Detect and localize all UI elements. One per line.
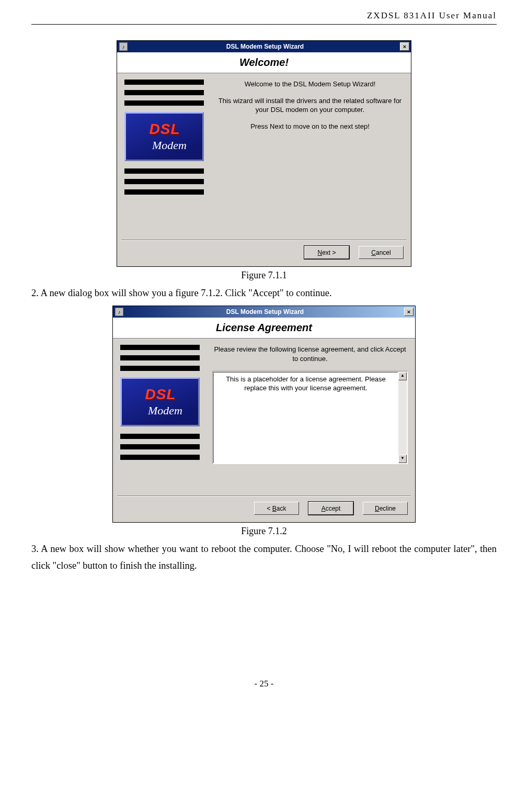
step-2-text: 2. A new dialog box will show you a figu… (31, 285, 497, 301)
titlebar: ♪ DSL Modem Setup Wizard × (117, 41, 411, 52)
wizard-banner: License Agreement (113, 318, 415, 339)
welcome-text-3: Press Next to move on to the next step! (216, 122, 404, 131)
close-button[interactable]: × (400, 42, 409, 51)
page-header: ZXDSL 831AII User Manual (31, 10, 497, 25)
app-icon: ♪ (119, 42, 128, 51)
wizard-button-row: Next > Cancel (117, 241, 411, 266)
scroll-up-icon[interactable]: ▲ (398, 372, 407, 380)
dsl-modem-logo: DSL Modem (124, 112, 204, 161)
scroll-down-icon[interactable]: ▼ (398, 455, 407, 463)
license-intro-text: Please review the following license agre… (212, 345, 408, 363)
titlebar: ♪ DSL Modem Setup Wizard × (113, 306, 415, 318)
wizard-license-dialog: ♪ DSL Modem Setup Wizard × License Agree… (112, 306, 416, 523)
window-title: DSL Modem Setup Wizard (126, 308, 404, 315)
wizard-sidebar-art: DSL Modem (120, 345, 200, 491)
page-footer: - 25 - (31, 679, 497, 689)
next-button[interactable]: Next > (304, 246, 349, 259)
wizard-banner: Welcome! (117, 52, 411, 73)
wizard-button-row: < Back Accept Decline (113, 497, 415, 522)
back-button[interactable]: < Back (254, 502, 299, 515)
cancel-button[interactable]: Cancel (359, 246, 404, 259)
license-text: This is a placeholder for a license agre… (213, 372, 398, 463)
accept-button[interactable]: Accept (308, 502, 353, 515)
dsl-modem-logo: DSL Modem (120, 377, 200, 426)
scroll-track[interactable] (398, 380, 407, 455)
close-button[interactable]: × (404, 308, 414, 316)
wizard-content: Welcome to the DSL Modem Setup Wizard! T… (204, 80, 404, 235)
figure-caption-2: Figure 7.1.2 (31, 526, 497, 537)
wizard-sidebar-art: DSL Modem (124, 80, 204, 235)
figure-caption-1: Figure 7.1.1 (31, 270, 497, 281)
license-textbox[interactable]: This is a placeholder for a license agre… (212, 371, 408, 464)
app-icon: ♪ (115, 308, 123, 316)
vertical-scrollbar[interactable]: ▲ ▼ (398, 372, 407, 463)
step-3-text: 3. A new box will show whether you want … (31, 541, 497, 574)
welcome-text-2: This wizard will install the drivers and… (216, 96, 404, 115)
welcome-text-1: Welcome to the DSL Modem Setup Wizard! (216, 80, 404, 89)
wizard-content: Please review the following license agre… (200, 345, 408, 491)
window-title: DSL Modem Setup Wizard (130, 43, 400, 50)
wizard-welcome-dialog: ♪ DSL Modem Setup Wizard × Welcome! DSL … (117, 40, 411, 267)
decline-button[interactable]: Decline (363, 502, 408, 515)
